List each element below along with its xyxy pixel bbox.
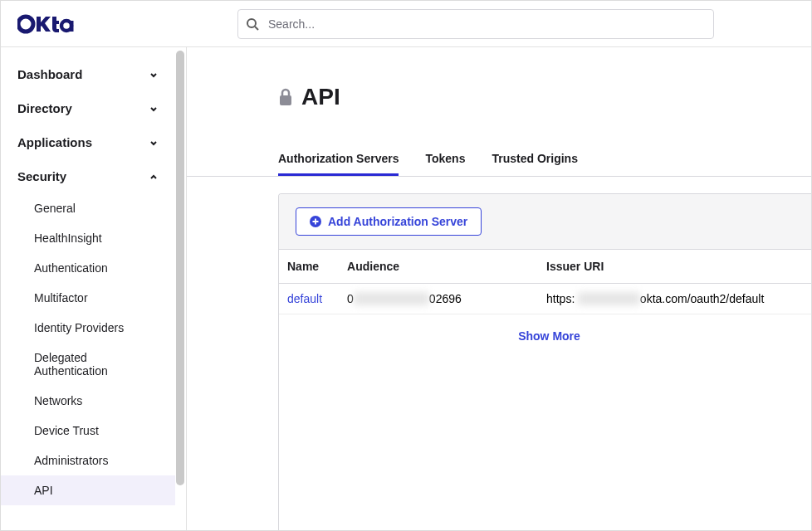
nav-group-dashboard: Dashboard: [1, 57, 175, 91]
scrollbar-thumb[interactable]: [176, 51, 184, 485]
svg-point-0: [18, 17, 33, 32]
tabs: Authorization Servers Tokens Trusted Ori…: [187, 144, 811, 177]
column-header-issuer: Issuer URI: [538, 250, 811, 284]
svg-line-4: [255, 27, 258, 30]
table-row: default 0xxxxxxxxxxxxx02696 https: //xxx…: [279, 284, 811, 314]
sidebar-item-general[interactable]: General: [1, 193, 175, 223]
audience-prefix: 0: [347, 292, 354, 305]
sidebar-label: Applications: [17, 135, 92, 149]
add-authorization-server-button[interactable]: Add Authorization Server: [296, 207, 482, 236]
table-header-row: Name Audience Issuer URI: [279, 250, 811, 284]
search-icon: [246, 17, 259, 31]
logo: [17, 14, 74, 34]
tab-authorization-servers[interactable]: Authorization Servers: [278, 144, 399, 176]
sidebar-label: Dashboard: [17, 67, 82, 81]
chevron-up-icon: [149, 172, 159, 182]
sidebar-item-networks[interactable]: Networks: [1, 386, 175, 416]
column-header-name: Name: [279, 250, 339, 284]
search-input[interactable]: [237, 9, 714, 39]
sidebar-item-multifactor[interactable]: Multifactor: [1, 283, 175, 313]
server-name-link[interactable]: default: [279, 284, 339, 314]
sidebar-item-api[interactable]: API: [1, 475, 175, 505]
sidebar-item-authentication[interactable]: Authentication: [1, 253, 175, 283]
issuer-cell: https: //xxxxxxxxx.okta.com/oauth2/defau…: [538, 284, 811, 314]
sidebar-item-applications[interactable]: Applications: [1, 125, 175, 159]
sidebar-item-security[interactable]: Security: [1, 159, 175, 193]
sidebar-item-directory[interactable]: Directory: [1, 91, 175, 125]
page-title-row: API: [187, 84, 811, 110]
tab-tokens[interactable]: Tokens: [425, 144, 465, 176]
sidebar-item-administrators[interactable]: Administrators: [1, 446, 175, 475]
nav-group-applications: Applications: [1, 125, 175, 159]
security-subitems: General HealthInsight Authentication Mul…: [1, 193, 175, 505]
sidebar-item-identity-providers[interactable]: Identity Providers: [1, 313, 175, 343]
sidebar-label: Security: [17, 169, 66, 183]
chevron-down-icon: [149, 70, 159, 80]
page-title: API: [301, 84, 340, 110]
sidebar-label: Directory: [17, 101, 72, 115]
audience-suffix: 02696: [429, 292, 462, 305]
issuer-suffix: okta.com/oauth2/default: [640, 292, 764, 305]
search-container: [190, 9, 761, 39]
sidebar-item-dashboard[interactable]: Dashboard: [1, 57, 175, 91]
nav-group-security: Security General HealthInsight Authentic…: [1, 159, 175, 505]
sidebar-item-delegated-authentication[interactable]: Delegated Authentication: [1, 343, 175, 386]
show-more-link[interactable]: Show More: [518, 329, 580, 343]
issuer-prefix: https:: [546, 292, 575, 305]
table-section: Add Authorization Server Name Audience I…: [278, 193, 811, 531]
body-container: Dashboard Directory Applications: [1, 47, 811, 531]
issuer-redacted: //xxxxxxxxx.: [578, 292, 640, 305]
auth-servers-table: Name Audience Issuer URI default 0xxxxxx…: [279, 250, 811, 358]
show-more-row: Show More: [279, 314, 811, 358]
svg-point-3: [247, 19, 256, 27]
sidebar-wrapper: Dashboard Directory Applications: [1, 47, 187, 531]
search-box: [237, 9, 714, 39]
main-content: API Authorization Servers Tokens Trusted…: [187, 47, 811, 531]
plus-circle-icon: [310, 216, 321, 227]
audience-redacted: xxxxxxxxxxxxx: [354, 292, 429, 305]
svg-rect-5: [280, 95, 291, 105]
sidebar: Dashboard Directory Applications: [1, 47, 175, 531]
chevron-down-icon: [149, 138, 159, 148]
audience-cell: 0xxxxxxxxxxxxx02696: [339, 284, 538, 314]
tab-trusted-origins[interactable]: Trusted Origins: [492, 144, 577, 176]
add-button-label: Add Authorization Server: [328, 215, 467, 228]
svg-rect-2: [70, 21, 74, 32]
chevron-down-icon: [149, 104, 159, 114]
sidebar-item-device-trust[interactable]: Device Trust: [1, 416, 175, 446]
table-toolbar: Add Authorization Server: [279, 194, 811, 250]
header: [1, 1, 811, 47]
nav-group-directory: Directory: [1, 91, 175, 125]
lock-icon: [278, 88, 293, 106]
sidebar-item-healthinsight[interactable]: HealthInsight: [1, 223, 175, 253]
column-header-audience: Audience: [339, 250, 538, 284]
table-padding: [279, 358, 811, 531]
